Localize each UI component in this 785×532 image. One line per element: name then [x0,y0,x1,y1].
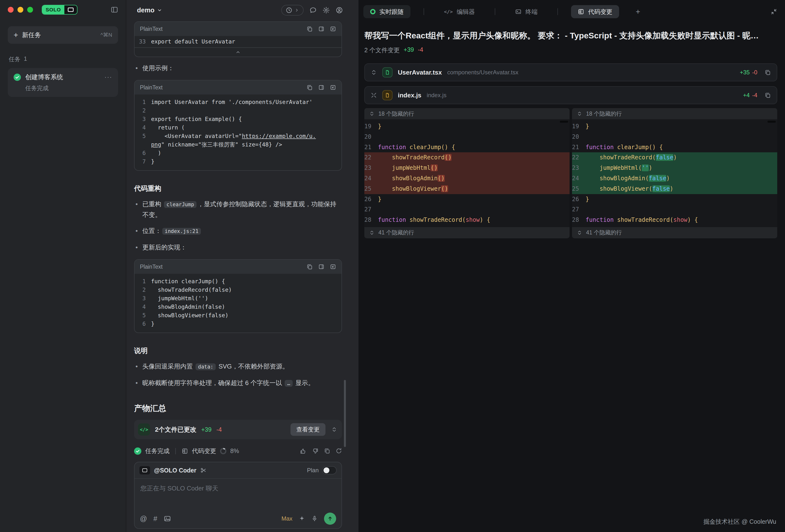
tab-code-changes[interactable]: 代码变更 [571,5,619,18]
file-lines-added: +35 [740,69,750,76]
section-heading-refactor: 代码重构 [134,184,342,193]
model-max-label[interactable]: Max [281,515,293,522]
diff-line: 22 showTradeRecord(false) [572,152,777,163]
regenerate-icon[interactable] [336,448,342,455]
hidden-lines-bar[interactable]: 18 个隐藏的行 [572,108,777,119]
code-icon: </> [444,9,453,15]
divider [424,8,424,15]
lines-removed: -4 [217,426,222,433]
attach-image-icon[interactable] [164,515,171,522]
tab-editor[interactable]: </> 编辑器 [437,5,482,18]
history-control[interactable] [281,5,304,16]
mention-icon[interactable]: @ [140,515,147,523]
project-dropdown[interactable]: demo [137,6,162,14]
diff-scrollbar-thumb[interactable] [560,121,568,123]
file-path: index.js [427,92,447,99]
context-hash-icon[interactable]: # [153,515,157,523]
files-changed-card[interactable]: </> 2个文件已更改 +39 -4 查看变更 [134,420,342,439]
files-changed-label: 2个文件已更改 [155,425,196,434]
live-follow-icon [370,9,376,14]
inline-code-chip: index.js:21 [162,228,201,235]
copy-icon[interactable] [306,84,313,91]
copy-icon[interactable] [306,26,313,32]
diff-line: 27 [572,204,777,215]
copy-file-icon[interactable] [765,92,771,98]
apply-icon[interactable] [330,84,336,91]
task-title: 创建博客系统 [25,73,63,81]
scissors-icon[interactable] [200,467,206,474]
changes-summary: 2 个文件变更 +39 -4 [364,46,777,54]
copy-file-icon[interactable] [765,69,771,76]
new-tab-button[interactable]: + [632,7,644,16]
insert-icon[interactable] [318,84,325,91]
code-changes-label[interactable]: 代码变更 [192,447,216,455]
hidden-lines-bar[interactable]: 41 个隐藏的行 [572,227,777,238]
code-line: 6 ) [134,149,341,157]
code-lines: 1import UserAvatar from './components/Us… [134,95,341,170]
thumbs-down-icon[interactable] [312,448,319,455]
hidden-lines-bar[interactable]: 18 个隐藏的行 [364,108,569,119]
diff-line: 25 showBlogViewer() [364,184,569,194]
code-line: 5 showBlogViewer(false) [134,311,341,320]
view-changes-button[interactable]: 查看变更 [290,423,326,436]
tab-live-follow[interactable]: 实时跟随 [363,5,410,18]
unfold-icon [369,111,375,116]
copy-icon[interactable] [306,263,313,270]
chat-scroll-area[interactable]: PlainText 33export default UserAvatar 使用… [126,20,358,532]
workspace-tabbar: 实时跟随 </> 编辑器 终端 代码变更 + [358,0,785,20]
window-close-button[interactable] [8,7,14,12]
task-complete-icon [14,74,21,81]
chat-scrollbar[interactable] [344,380,346,447]
microphone-icon[interactable] [311,515,318,522]
new-task-button[interactable]: + 新任务 ^⌘N [8,26,118,44]
unfold-icon[interactable] [371,69,377,76]
fold-icon[interactable] [371,92,377,98]
chat-history-icon[interactable] [309,6,317,14]
expand-collapse-icon[interactable] [331,427,337,432]
code-block-lang: PlainText [140,263,162,270]
profile-avatar-icon[interactable] [336,6,343,14]
task-done-icon [134,448,141,455]
diff-scrollbar-thumb[interactable] [767,121,776,123]
window-zoom-button[interactable] [27,7,33,12]
code-line: 4 showBlogAdmin(false) [134,303,341,311]
tab-terminal[interactable]: 终端 [508,5,544,18]
agent-name[interactable]: @SOLO Coder [154,467,196,474]
chat-topbar: demo [126,0,358,20]
collapse-block-control[interactable] [134,47,341,57]
insert-icon[interactable] [318,263,325,270]
diff-line: 20 [572,132,777,142]
divider [557,8,558,15]
sidebar-toggle-icon[interactable] [111,6,118,14]
window-minimize-button[interactable] [18,7,23,12]
code-line: 7} [134,157,341,166]
window-restore-icon[interactable] [770,8,777,15]
chat-input[interactable]: 您正在与 SOLO Coder 聊天 [134,479,341,509]
diff-line: 19} [572,121,777,132]
copy-response-icon[interactable] [324,448,330,455]
diff-line: 28function showTradeRecord(show) { [364,215,569,225]
task-more-icon[interactable]: ··· [104,73,112,81]
task-item[interactable]: 创建博客系统 ··· 任务完成 [8,68,118,97]
insert-icon[interactable] [318,26,325,32]
plus-icon: + [14,31,18,39]
bullet-note2: 昵称截断使用字符串处理，确保超过 6 个字统一以 … 显示。 [134,378,342,388]
solo-monitor-icon [65,5,77,14]
file-name: index.js [398,92,422,99]
apply-icon[interactable] [330,263,336,270]
project-name: demo [137,6,154,14]
sparkle-icon[interactable] [299,515,305,522]
file-row[interactable]: index.js index.js +4 -4 [364,86,777,104]
unfold-icon [369,230,375,235]
file-row[interactable]: UserAvatar.tsx components/UserAvatar.tsx… [364,64,777,81]
code-line: 3export function Example() { [134,115,341,123]
thumbs-up-icon[interactable] [300,448,306,455]
bullet-refactor: 已重构 clearJump，显式传参控制隐藏状态，逻辑更直观，功能保持不变。 [134,199,342,220]
send-button[interactable] [324,512,336,525]
settings-gear-icon[interactable] [323,6,330,14]
apply-icon[interactable] [330,26,336,32]
plan-toggle[interactable] [322,466,337,475]
inline-code-chip: clearJump [164,201,197,208]
chat-panel: demo [126,0,358,532]
hidden-lines-bar[interactable]: 41 个隐藏的行 [364,227,569,238]
